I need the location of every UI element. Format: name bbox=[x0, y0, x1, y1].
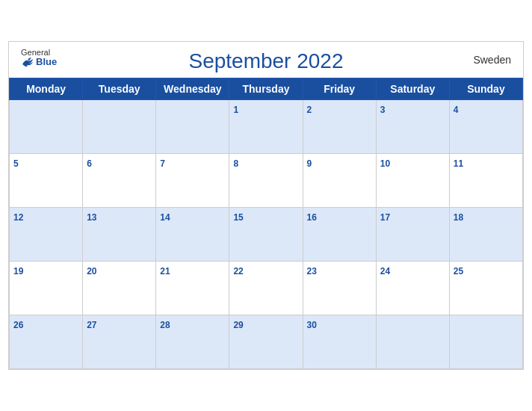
day-number-23: 23 bbox=[307, 266, 317, 276]
day-cell-5: 5 bbox=[10, 154, 83, 208]
day-number-3: 3 bbox=[380, 105, 386, 115]
weekday-header-row: MondayTuesdayWednesdayThursdayFridaySatu… bbox=[10, 78, 523, 100]
day-number-4: 4 bbox=[454, 105, 459, 115]
day-cell-11: 11 bbox=[449, 154, 522, 208]
day-cell-1: 1 bbox=[229, 100, 303, 154]
day-cell-12: 12 bbox=[10, 208, 83, 262]
day-number-8: 8 bbox=[233, 158, 238, 169]
day-cell-22: 22 bbox=[229, 262, 303, 315]
day-cell-24: 24 bbox=[376, 262, 449, 315]
day-number-1: 1 bbox=[233, 105, 238, 115]
day-number-27: 27 bbox=[87, 320, 96, 330]
day-cell-18: 18 bbox=[449, 208, 522, 262]
weekday-header-monday: Monday bbox=[10, 78, 83, 100]
empty-cell bbox=[449, 315, 522, 369]
logo-blue-text: Blue bbox=[21, 57, 57, 67]
calendar-title: September 2022 bbox=[188, 49, 343, 73]
day-cell-30: 30 bbox=[303, 315, 376, 369]
weekday-header-thursday: Thursday bbox=[229, 78, 303, 100]
day-cell-7: 7 bbox=[156, 154, 229, 208]
day-cell-16: 16 bbox=[303, 208, 376, 262]
day-number-7: 7 bbox=[160, 158, 165, 169]
day-number-26: 26 bbox=[13, 320, 23, 330]
day-number-2: 2 bbox=[307, 105, 312, 115]
day-number-25: 25 bbox=[454, 266, 463, 276]
week-row-3: 12131415161718 bbox=[10, 208, 523, 262]
week-row-4: 19202122232425 bbox=[10, 262, 523, 315]
day-number-29: 29 bbox=[233, 320, 243, 330]
day-cell-19: 19 bbox=[10, 262, 83, 315]
day-cell-3: 3 bbox=[376, 100, 449, 154]
day-number-10: 10 bbox=[380, 158, 390, 169]
country-label: Sweden bbox=[473, 54, 511, 66]
day-cell-13: 13 bbox=[83, 208, 156, 262]
day-cell-25: 25 bbox=[449, 262, 522, 315]
day-number-21: 21 bbox=[160, 266, 170, 276]
calendar-container: General Blue September 2022 Sweden Monda… bbox=[8, 41, 524, 370]
calendar-table: MondayTuesdayWednesdayThursdayFridaySatu… bbox=[9, 78, 523, 369]
day-number-20: 20 bbox=[87, 266, 96, 276]
day-cell-29: 29 bbox=[229, 315, 303, 369]
day-cell-4: 4 bbox=[449, 100, 522, 154]
day-number-19: 19 bbox=[13, 266, 23, 276]
empty-cell bbox=[10, 100, 83, 154]
week-row-5: 2627282930 bbox=[10, 315, 523, 369]
day-number-14: 14 bbox=[160, 212, 170, 223]
calendar-header: General Blue September 2022 Sweden bbox=[9, 42, 523, 78]
day-number-22: 22 bbox=[233, 266, 243, 276]
day-number-28: 28 bbox=[160, 320, 170, 330]
day-cell-28: 28 bbox=[156, 315, 229, 369]
day-number-13: 13 bbox=[87, 212, 96, 223]
day-number-6: 6 bbox=[87, 158, 92, 169]
day-number-16: 16 bbox=[307, 212, 317, 223]
day-cell-17: 17 bbox=[376, 208, 449, 262]
week-row-2: 567891011 bbox=[10, 154, 523, 208]
weekday-header-wednesday: Wednesday bbox=[156, 78, 229, 100]
day-cell-21: 21 bbox=[156, 262, 229, 315]
day-cell-14: 14 bbox=[156, 208, 229, 262]
weekday-header-friday: Friday bbox=[303, 78, 376, 100]
day-number-17: 17 bbox=[380, 212, 390, 223]
logo-bird-icon bbox=[21, 57, 34, 67]
week-row-1: 1234 bbox=[10, 100, 523, 154]
logo: General Blue bbox=[21, 48, 57, 67]
empty-cell bbox=[376, 315, 449, 369]
day-cell-27: 27 bbox=[83, 315, 156, 369]
empty-cell bbox=[156, 100, 229, 154]
day-cell-10: 10 bbox=[376, 154, 449, 208]
day-cell-15: 15 bbox=[229, 208, 303, 262]
day-number-9: 9 bbox=[307, 158, 312, 169]
day-cell-9: 9 bbox=[303, 154, 376, 208]
day-cell-8: 8 bbox=[229, 154, 303, 208]
weekday-header-sunday: Sunday bbox=[449, 78, 522, 100]
empty-cell bbox=[83, 100, 156, 154]
day-number-12: 12 bbox=[13, 212, 23, 223]
day-number-15: 15 bbox=[233, 212, 243, 223]
weekday-header-tuesday: Tuesday bbox=[83, 78, 156, 100]
day-cell-23: 23 bbox=[303, 262, 376, 315]
day-number-11: 11 bbox=[454, 158, 463, 169]
day-number-30: 30 bbox=[307, 320, 317, 330]
day-number-18: 18 bbox=[454, 212, 463, 223]
day-number-24: 24 bbox=[380, 266, 390, 276]
day-cell-6: 6 bbox=[83, 154, 156, 208]
day-cell-26: 26 bbox=[10, 315, 83, 369]
day-cell-20: 20 bbox=[83, 262, 156, 315]
day-cell-2: 2 bbox=[303, 100, 376, 154]
weekday-header-saturday: Saturday bbox=[376, 78, 449, 100]
day-number-5: 5 bbox=[13, 158, 19, 169]
